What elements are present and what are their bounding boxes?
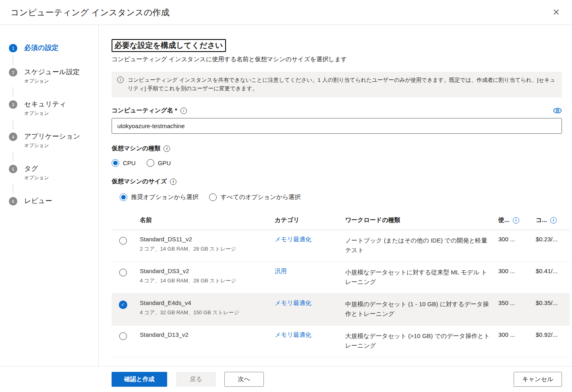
vm-category: メモリ最適化	[275, 236, 345, 243]
step-sublabel: オプション	[24, 110, 66, 117]
info-icon[interactable]: i	[550, 217, 557, 224]
vm-size-table: 名前 カテゴリ ワークロードの種類 使... i コ... i Sta	[112, 213, 570, 357]
info-icon[interactable]: i	[180, 108, 187, 114]
vm-quota: 300 ...	[498, 331, 536, 338]
step-label: セキュリティ	[24, 100, 66, 109]
step-security[interactable]: 3 セキュリティ オプション	[9, 100, 94, 117]
table-row[interactable]: Standard_D13_v2 メモリ最適化 大規模なデータセット (>10 G…	[112, 326, 570, 357]
radio-label: 推奨オプションから選択	[131, 193, 198, 201]
table-header-row: 名前 カテゴリ ワークロードの種類 使... i コ... i	[112, 213, 570, 230]
vm-quota: 350 ...	[498, 299, 536, 306]
vm-category: メモリ最適化	[275, 331, 345, 339]
step-connector	[13, 87, 94, 97]
page-title: 必要な設定を構成してください	[112, 39, 226, 52]
wizard-steps-sidebar: 1 必須の設定 2 スケジュール設定 オプション 3 セキュリティ オプション	[0, 25, 99, 366]
vm-type-radio-cpu[interactable]: CPU	[112, 159, 136, 167]
main-content: 必要な設定を構成してください コンピューティング インスタンスに使用する名前と仮…	[99, 25, 572, 366]
step-number-badge: 5	[9, 165, 17, 173]
step-tags[interactable]: 5 タグ オプション	[9, 164, 94, 181]
header-cost-label: コ...	[536, 216, 547, 224]
step-review[interactable]: 6 レビュー	[9, 196, 94, 205]
table-row[interactable]: Standard_DS11_v2 2 コア、14 GB RAM、28 GB スト…	[112, 230, 570, 262]
vm-cost: $0.92/...	[536, 331, 570, 338]
vm-specs: 2 コア、14 GB RAM、28 GB ストレージ	[140, 245, 269, 253]
vm-size-radio-all-options[interactable]: すべてのオプションから選択	[209, 193, 301, 201]
step-sublabel: オプション	[24, 142, 80, 149]
step-schedule[interactable]: 2 スケジュール設定 オプション	[9, 67, 94, 85]
info-icon[interactable]: i	[513, 217, 519, 224]
vm-type-label: 仮想マシンの種類	[112, 145, 160, 152]
info-icon[interactable]: i	[164, 145, 170, 152]
header-quota: 使... i	[498, 216, 536, 224]
header-quota-label: 使...	[498, 216, 510, 224]
radio-label: すべてのオプションから選択	[220, 193, 301, 201]
step-connector	[13, 119, 94, 129]
step-sublabel: オプション	[24, 78, 80, 85]
vm-workload: 小規模なデータセットに対する従来型 ML モデル トレーニング	[345, 268, 498, 287]
row-radio[interactable]	[119, 269, 127, 276]
header-category: カテゴリ	[275, 216, 345, 224]
step-number-badge: 6	[9, 197, 17, 205]
vm-type-radio-gpu[interactable]: GPU	[147, 159, 171, 167]
page-subtitle: コンピューティング インスタンスに使用する名前と仮想マシンのサイズを選択します	[112, 56, 570, 63]
row-radio[interactable]	[119, 332, 127, 340]
vm-cost: $0.23/...	[536, 236, 570, 243]
back-button[interactable]: 戻る	[176, 372, 216, 387]
vm-workload: 中規模のデータセット (1 - 10 GB) に対するデータ操作とトレーニング	[345, 299, 498, 319]
row-radio[interactable]	[119, 237, 127, 245]
vm-name: Standard_D13_v2	[140, 331, 269, 338]
step-applications[interactable]: 4 アプリケーション オプション	[9, 132, 94, 149]
create-compute-instance-dialog: コンピューティング インスタンスの作成 ✕ 1 必須の設定 2 スケジュール設定…	[0, 0, 572, 392]
vm-name: Standard_DS3_v2	[140, 268, 269, 274]
info-banner-text: コンピューティング インスタンスを共有できないことに注意してください。1 人の割…	[128, 76, 556, 93]
vm-category: 汎用	[275, 268, 345, 275]
step-required-settings[interactable]: 1 必須の設定	[9, 43, 94, 52]
vm-specs: 4 コア、14 GB RAM、28 GB ストレージ	[140, 277, 269, 284]
step-connector	[13, 184, 94, 194]
compute-name-input[interactable]	[112, 118, 562, 134]
radio-dot	[147, 159, 154, 167]
vm-name: Standard_DS11_v2	[140, 236, 269, 243]
vm-size-radio-recommended[interactable]: 推奨オプションから選択	[120, 193, 198, 201]
dialog-header: コンピューティング インスタンスの作成 ✕	[0, 0, 572, 25]
info-banner: i コンピューティング インスタンスを共有できないことに注意してください。1 人…	[112, 72, 562, 97]
vm-quota: 300 ...	[498, 236, 536, 243]
vm-name: Standard_E4ds_v4	[140, 299, 269, 306]
vm-quota: 300 ...	[498, 268, 536, 274]
step-sublabel: オプション	[24, 174, 49, 181]
vm-size-label: 仮想マシンのサイズ	[112, 178, 167, 185]
radio-label: CPU	[123, 160, 136, 166]
next-button[interactable]: 次へ	[224, 372, 264, 387]
selected-check-icon[interactable]: ✓	[119, 301, 127, 309]
compute-name-label: コンピューティング名 *	[112, 107, 177, 114]
step-label: レビュー	[24, 196, 52, 205]
table-row-selected[interactable]: ✓ Standard_E4ds_v4 4 コア、32 GB RAM、150 GB…	[112, 294, 570, 326]
info-icon[interactable]: i	[170, 178, 176, 185]
vm-workload: ノートブック (またはその他の IDE) での開発と軽量テスト	[345, 236, 498, 255]
cancel-button[interactable]: キャンセル	[514, 372, 562, 387]
step-number-badge: 2	[9, 68, 17, 77]
table-row[interactable]: Standard_DS3_v2 4 コア、14 GB RAM、28 GB ストレ…	[112, 262, 570, 294]
vm-specs: 4 コア、32 GB RAM、150 GB ストレージ	[140, 309, 269, 316]
eye-icon[interactable]	[553, 108, 562, 114]
review-create-button[interactable]: 確認と作成	[112, 372, 167, 387]
radio-dot	[112, 159, 119, 167]
step-label: 必須の設定	[24, 43, 58, 52]
vm-category: メモリ最適化	[275, 299, 345, 307]
step-connector	[13, 151, 94, 162]
step-number-badge: 1	[9, 44, 17, 52]
header-workload: ワークロードの種類	[345, 216, 498, 224]
vm-workload: 大規模なデータセット (>10 GB) でのデータ操作とトレーニング	[345, 331, 498, 351]
radio-label: GPU	[158, 160, 171, 166]
header-select-col	[112, 216, 140, 218]
step-number-badge: 3	[9, 100, 17, 109]
info-icon: i	[117, 77, 124, 83]
vm-cost: $0.35/...	[536, 299, 570, 306]
radio-dot	[209, 193, 217, 201]
vm-cost: $0.41/...	[536, 268, 570, 274]
step-label: タグ	[24, 164, 49, 173]
step-number-badge: 4	[9, 133, 17, 141]
header-cost: コ... i	[536, 216, 570, 224]
close-icon[interactable]: ✕	[549, 6, 563, 19]
dialog-title: コンピューティング インスタンスの作成	[10, 7, 170, 18]
